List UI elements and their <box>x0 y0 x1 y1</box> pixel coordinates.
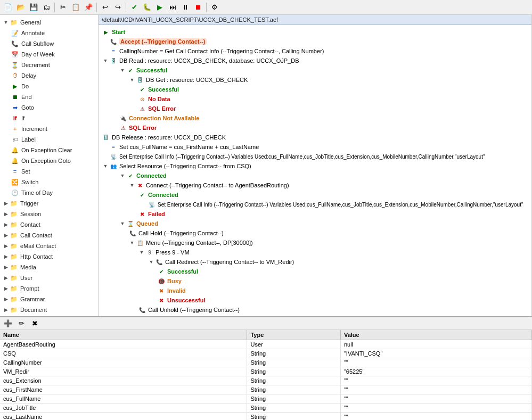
var-type: String <box>247 367 341 376</box>
sidebar-item-trigger[interactable]: ▶ 📁 Trigger <box>0 198 98 209</box>
table-row[interactable]: cus_Extension String "" <box>0 376 532 385</box>
callsubflow-label: Call Subflow <box>21 40 54 47</box>
sidebar-item-contact[interactable]: ▶ 📁 Contact <box>0 219 98 230</box>
table-row[interactable]: cus_LastName String "" <box>0 413 532 421</box>
sidebar-item-media[interactable]: ▶ 📁 Media <box>0 262 98 273</box>
table-row[interactable]: CSQ String "IVANTI_CSQ" <box>0 349 532 358</box>
sidebar-item-if[interactable]: if If <box>0 113 98 123</box>
node-callhold[interactable]: 📞 Call Hold (--Triggering Contact--) <box>99 228 532 238</box>
dbread-expander[interactable]: ▼ <box>102 58 109 63</box>
sidebar-item-session[interactable]: ▶ 📁 Session <box>0 209 98 219</box>
sidebar-item-decrement[interactable]: ⏳ Decrement <box>0 60 98 70</box>
node-timeout[interactable]: ⏰ Timeout <box>99 315 532 316</box>
node-connected-nested[interactable]: ✔ Connected <box>99 190 532 200</box>
node-connect[interactable]: ▼ ✖ Connect (--Triggering Contact-- to A… <box>99 180 532 190</box>
table-row[interactable]: CallingNumber String "" <box>0 358 532 367</box>
var-edit-button[interactable]: ✏ <box>15 318 27 330</box>
node-set-calling[interactable]: = CallingNumber = Get Call Contact Info … <box>99 46 532 56</box>
menu-expander[interactable]: ▼ <box>128 240 136 245</box>
sidebar-item-increment[interactable]: + Increment <box>0 123 98 134</box>
node-set-fullname[interactable]: = Set cus_FullName = cus_FirstName + cus… <box>99 142 532 152</box>
sidebar-item-callsubflow[interactable]: 📞 Call Subflow <box>0 38 98 49</box>
queued-expander[interactable]: ▼ <box>119 221 126 226</box>
node-dbread-successful[interactable]: ▼ ✔ Successful <box>99 65 532 75</box>
node-selectresource[interactable]: ▼ 👥 Select Resource (--Triggering Contac… <box>99 161 532 171</box>
sidebar-item-delay[interactable]: ⏱ Delay <box>0 70 98 81</box>
save-button[interactable]: 💾 <box>28 2 39 13</box>
sidebar-item-general[interactable]: ▼ 📁 General <box>0 17 98 28</box>
sidebar-item-callcontact[interactable]: ▶ 📁 Call Contact <box>0 230 98 241</box>
sidebar-item-do[interactable]: ▶ Do <box>0 81 98 92</box>
node-callredirect[interactable]: ▼ 📞 Call Redirect (--Triggering Contact-… <box>99 257 532 267</box>
node-redirect-busy[interactable]: 📵 Busy <box>99 276 532 286</box>
sidebar-item-document[interactable]: ▶ 📁 Document <box>0 304 98 315</box>
node-connected-branch[interactable]: ▼ ✔ Connected <box>99 171 532 180</box>
sidebar-item-prompt[interactable]: ▶ 📁 Prompt <box>0 283 98 294</box>
run-button[interactable]: ▶ <box>154 2 166 13</box>
press9-expander[interactable]: ▼ <box>138 250 145 255</box>
node-dbget[interactable]: ▼ 🗄 DB Get : resource: UCCX_DB_CHECK <box>99 75 532 85</box>
table-row[interactable]: AgentBasedRouting User null <box>0 340 532 349</box>
node-dbread[interactable]: ▼ 🗄 DB Read : resource: UCCX_DB_CHECK, d… <box>99 56 532 65</box>
dbget-expander[interactable]: ▼ <box>128 77 136 83</box>
selectresource-expander[interactable]: ▼ <box>102 163 109 169</box>
sidebar-item-onexceptionclear[interactable]: 🔔 On Exception Clear <box>0 145 98 155</box>
connected-branch-expander[interactable]: ▼ <box>119 173 126 178</box>
table-row[interactable]: cus_JobTitle String "" <box>0 403 532 413</box>
node-dbread-sqlerror[interactable]: ⚠ SQL Error <box>99 123 532 133</box>
debug-button[interactable]: 🐛 <box>141 2 153 13</box>
settings-button[interactable]: ⚙ <box>209 2 220 13</box>
sidebar-item-dayofweek[interactable]: 📅 Day of Week <box>0 49 98 60</box>
step-button[interactable]: ⏭ <box>167 2 178 13</box>
pause-button[interactable]: ⏸ <box>179 2 191 13</box>
node-dbget-sqlerror[interactable]: ⚠ SQL Error <box>99 104 532 113</box>
node-redirect-unsuccessful[interactable]: ✖ Unsuccessful <box>99 295 532 305</box>
node-setent2[interactable]: 📡 Set Enterprise Call Info (--Triggering… <box>99 200 532 209</box>
node-redirect-invalid[interactable]: ✖ Invalid <box>99 286 532 295</box>
node-failed[interactable]: ✖ Failed <box>99 209 532 219</box>
sidebar-item-goto[interactable]: ➡ Goto <box>0 102 98 113</box>
node-setent1[interactable]: 📡 Set Enterprise Call Info (--Triggering… <box>99 152 532 161</box>
paste-button[interactable]: 📌 <box>83 2 94 13</box>
table-row[interactable]: cus_FullName String "" <box>0 394 532 403</box>
validate-button[interactable]: ✔ <box>128 2 140 13</box>
sidebar-item-set[interactable]: = Set <box>0 166 98 177</box>
undo-button[interactable]: ↩ <box>99 2 111 13</box>
var-delete-button[interactable]: ✖ <box>29 318 40 330</box>
node-callunhold-menu[interactable]: 📞 Call Unhold (--Triggering Contact--) <box>99 305 532 315</box>
node-redirect-successful[interactable]: ✔ Successful <box>99 267 532 276</box>
dbread-successful-expander[interactable]: ▼ <box>119 68 126 73</box>
node-accept[interactable]: 📞 Accept (--Triggering Contact--) <box>99 37 532 46</box>
sidebar-item-timeofday[interactable]: 🕐 Time of Day <box>0 187 98 198</box>
sidebar-item-switch[interactable]: 🔀 Switch <box>0 177 98 187</box>
cut-button[interactable]: ✂ <box>57 2 69 13</box>
save-all-button[interactable]: 🗂 <box>40 2 52 13</box>
node-menu[interactable]: ▼ 📋 Menu (--Triggering Contact--, DP[300… <box>99 238 532 248</box>
sidebar-item-emailcontact[interactable]: ▶ 📁 eMail Contact <box>0 241 98 251</box>
sidebar-item-label[interactable]: 🏷 Label <box>0 134 98 145</box>
callredirect-expander[interactable]: ▼ <box>148 259 155 265</box>
table-row[interactable]: cus_FirstName String "" <box>0 385 532 394</box>
open-button[interactable]: 📂 <box>15 2 27 13</box>
sidebar-item-grammar[interactable]: ▶ 📁 Grammar <box>0 294 98 304</box>
var-add-button[interactable]: ➕ <box>2 318 14 330</box>
sidebar-item-annotate[interactable]: 📝 Annotate <box>0 28 98 38</box>
node-start[interactable]: ▶ Start <box>99 27 532 37</box>
node-dbget-nodata[interactable]: ⊘ No Data <box>99 94 532 104</box>
table-row[interactable]: VM_Redir String "65225" <box>0 367 532 376</box>
redo-button[interactable]: ↪ <box>112 2 124 13</box>
connect-expander[interactable]: ▼ <box>128 183 136 188</box>
sidebar-item-onexceptiongoto[interactable]: 🔔 On Exception Goto <box>0 155 98 166</box>
node-conn-notavail[interactable]: 🔌 Connection Not Available <box>99 113 532 123</box>
stop-button[interactable]: ⏹ <box>192 2 204 13</box>
new-button[interactable]: 📄 <box>2 2 14 13</box>
sidebar-item-user[interactable]: ▶ 📁 User <box>0 273 98 283</box>
node-dbget-successful[interactable]: ✔ Successful <box>99 85 532 94</box>
node-queued[interactable]: ▼ ⌛ Queued <box>99 219 532 228</box>
sidebar-item-end[interactable]: ⏹ End <box>0 92 98 102</box>
sidebar-item-database[interactable]: ▶ 📁 Database <box>0 315 98 316</box>
node-dbrelease[interactable]: 🗄 DB Release : resource: UCCX_DB_CHECK <box>99 133 532 142</box>
sidebar-item-httpcontact[interactable]: ▶ 📁 Http Contact <box>0 251 98 262</box>
copy-button[interactable]: 📋 <box>70 2 81 13</box>
node-press9[interactable]: ▼ 9 Press 9 - VM <box>99 248 532 257</box>
